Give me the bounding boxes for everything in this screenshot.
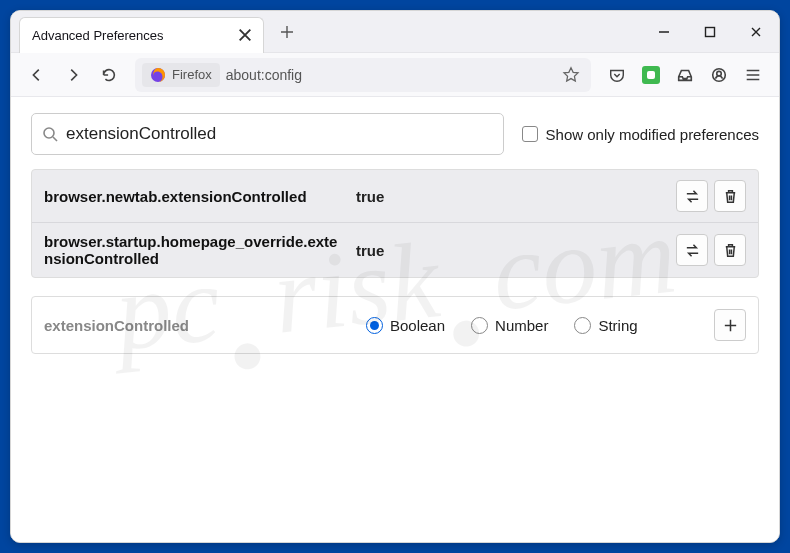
titlebar: Advanced Preferences — [11, 11, 779, 53]
account-button[interactable] — [703, 59, 735, 91]
preference-name: browser.startup.homepage_override.extens… — [44, 233, 344, 267]
firefox-logo-icon — [150, 67, 166, 83]
search-row: Show only modified preferences — [31, 113, 759, 155]
svg-point-2 — [713, 68, 726, 81]
preference-actions — [676, 234, 746, 266]
type-radio-number[interactable]: Number — [471, 317, 548, 334]
preferences-list: browser.newtab.extensionControlled true … — [31, 169, 759, 278]
type-radio-boolean[interactable]: Boolean — [366, 317, 445, 334]
about-config-content: Show only modified preferences browser.n… — [11, 97, 779, 542]
radio-icon — [574, 317, 591, 334]
app-menu-button[interactable] — [737, 59, 769, 91]
pocket-button[interactable] — [601, 59, 633, 91]
close-window-button[interactable] — [733, 13, 779, 51]
radio-icon — [471, 317, 488, 334]
extension-button[interactable] — [635, 59, 667, 91]
search-icon — [42, 126, 58, 142]
url-bar[interactable]: Firefox about:config — [135, 58, 591, 92]
forward-button[interactable] — [57, 59, 89, 91]
toggle-button[interactable] — [676, 180, 708, 212]
toolbar-buttons — [601, 59, 769, 91]
toggle-icon — [684, 188, 701, 205]
show-modified-checkbox[interactable]: Show only modified preferences — [522, 126, 759, 143]
add-preference-button[interactable] — [714, 309, 746, 341]
navigation-toolbar: Firefox about:config — [11, 53, 779, 97]
toggle-button[interactable] — [676, 234, 708, 266]
extension-icon — [642, 66, 660, 84]
site-identity[interactable]: Firefox — [142, 63, 220, 87]
checkbox-icon — [522, 126, 538, 142]
show-modified-label: Show only modified preferences — [546, 126, 759, 143]
radio-label: Boolean — [390, 317, 445, 334]
type-radio-group: Boolean Number String — [366, 317, 692, 334]
browser-window: Advanced Preferences — [10, 10, 780, 543]
type-radio-string[interactable]: String — [574, 317, 637, 334]
svg-rect-0 — [706, 27, 715, 36]
close-tab-icon[interactable] — [237, 27, 253, 43]
reload-button[interactable] — [93, 59, 125, 91]
window-controls — [641, 13, 779, 51]
preference-name: browser.newtab.extensionControlled — [44, 188, 344, 205]
new-preference-name: extensionControlled — [44, 317, 344, 334]
trash-icon — [722, 188, 739, 205]
preference-value: true — [356, 242, 664, 259]
radio-icon — [366, 317, 383, 334]
trash-icon — [722, 242, 739, 259]
inbox-button[interactable] — [669, 59, 701, 91]
browser-tab[interactable]: Advanced Preferences — [19, 17, 264, 53]
identity-label: Firefox — [172, 67, 212, 82]
svg-point-3 — [44, 128, 54, 138]
tab-title: Advanced Preferences — [32, 28, 237, 43]
preference-value: true — [356, 188, 664, 205]
back-button[interactable] — [21, 59, 53, 91]
preference-search-input[interactable] — [66, 124, 493, 144]
radio-label: Number — [495, 317, 548, 334]
preference-search-box[interactable] — [31, 113, 504, 155]
delete-button[interactable] — [714, 180, 746, 212]
delete-button[interactable] — [714, 234, 746, 266]
bookmark-star-icon[interactable] — [562, 66, 580, 84]
new-preference-row: extensionControlled Boolean Number Strin… — [31, 296, 759, 354]
url-text: about:config — [226, 67, 556, 83]
plus-icon — [722, 317, 739, 334]
maximize-button[interactable] — [687, 13, 733, 51]
toggle-icon — [684, 242, 701, 259]
new-tab-button[interactable] — [272, 17, 302, 47]
preference-row[interactable]: browser.startup.homepage_override.extens… — [32, 223, 758, 277]
preference-row[interactable]: browser.newtab.extensionControlled true — [32, 170, 758, 223]
preference-actions — [676, 180, 746, 212]
radio-label: String — [598, 317, 637, 334]
minimize-button[interactable] — [641, 13, 687, 51]
